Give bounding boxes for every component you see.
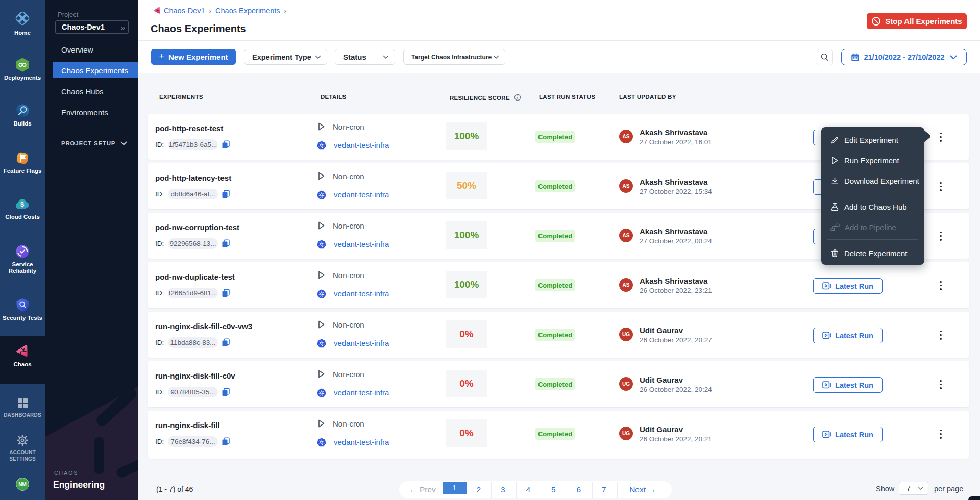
svg-text:$: $: [20, 201, 24, 208]
